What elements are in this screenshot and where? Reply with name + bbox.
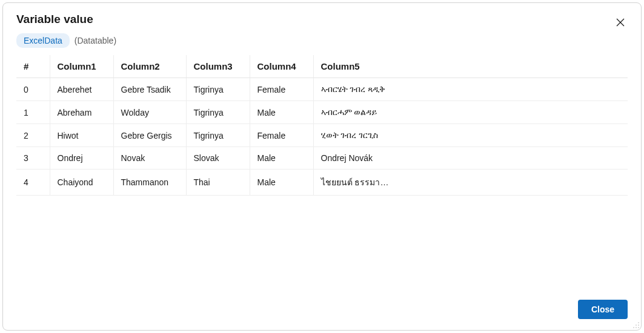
variable-info: ExcelData (Datatable): [3, 28, 641, 55]
header-filler: [401, 55, 628, 78]
cell-c1: Ondrej: [50, 147, 113, 170]
cell-index: 0: [16, 78, 50, 101]
cell-c3: Tigrinya: [186, 124, 250, 147]
header-column3[interactable]: Column3: [186, 55, 250, 78]
svg-point-7: [638, 327, 639, 328]
cell-filler: [401, 124, 628, 147]
header-column2[interactable]: Column2: [113, 55, 186, 78]
close-button[interactable]: Close: [578, 300, 628, 319]
cell-c3: Thai: [186, 170, 250, 196]
close-icon-button[interactable]: [611, 13, 630, 32]
cell-c5: ไชยยนต์ ธรรมานนท์: [313, 170, 401, 196]
cell-c4: Male: [250, 147, 313, 170]
variable-type-label: (Datatable): [75, 36, 116, 45]
table-row[interactable]: 4ChaiyondThammanonThaiMaleไชยยนต์ ธรรมาน…: [16, 170, 628, 196]
svg-point-5: [633, 327, 634, 328]
cell-c5: Ondrej Novák: [313, 147, 401, 170]
cell-c1: Abreham: [50, 101, 113, 124]
cell-c5: ሂወት ገብረ ገርጊስ: [313, 124, 401, 147]
cell-c5: ኣብርሄት ገብረ ጻዲቅ: [313, 78, 401, 101]
dialog-footer: Close: [3, 291, 641, 330]
cell-c2: Gebre Gergis: [113, 124, 186, 147]
cell-c4: Male: [250, 170, 313, 196]
cell-c5: ኣብርሓም ወልዳይ: [313, 101, 401, 124]
svg-point-3: [636, 325, 637, 326]
cell-c4: Male: [250, 101, 313, 124]
cell-index: 1: [16, 101, 50, 124]
variable-name-chip[interactable]: ExcelData: [16, 33, 70, 48]
variable-value-dialog: Variable value ExcelData (Datatable) # C…: [2, 2, 642, 331]
cell-c2: Wolday: [113, 101, 186, 124]
cell-c2: Thammanon: [113, 170, 186, 196]
datatable-container: # Column1 Column2 Column3 Column4 Column…: [3, 55, 641, 291]
datatable: # Column1 Column2 Column3 Column4 Column…: [16, 55, 628, 196]
cell-c1: Hiwot: [50, 124, 113, 147]
cell-c4: Female: [250, 124, 313, 147]
table-row[interactable]: 2HiwotGebre GergisTigrinyaFemaleሂወት ገብረ …: [16, 124, 628, 147]
close-icon: [616, 18, 625, 27]
cell-c4: Female: [250, 78, 313, 101]
table-row[interactable]: 1AbrehamWoldayTigrinyaMaleኣብርሓም ወልዳይ: [16, 101, 628, 124]
table-row[interactable]: 0AberehetGebre TsadikTigrinyaFemaleኣብርሄት…: [16, 78, 628, 101]
svg-point-4: [638, 325, 639, 326]
resize-grip-icon[interactable]: [631, 320, 640, 329]
header-index[interactable]: #: [16, 55, 50, 78]
cell-index: 3: [16, 147, 50, 170]
cell-c3: Tigrinya: [186, 78, 250, 101]
cell-c1: Aberehet: [50, 78, 113, 101]
cell-c3: Tigrinya: [186, 101, 250, 124]
cell-index: 4: [16, 170, 50, 196]
cell-filler: [401, 147, 628, 170]
dialog-title: Variable value: [16, 13, 93, 26]
cell-c1: Chaiyond: [50, 170, 113, 196]
svg-point-2: [638, 322, 639, 323]
header-column4[interactable]: Column4: [250, 55, 313, 78]
header-column5[interactable]: Column5: [313, 55, 401, 78]
cell-filler: [401, 78, 628, 101]
header-column1[interactable]: Column1: [50, 55, 113, 78]
table-row[interactable]: 3OndrejNovakSlovakMaleOndrej Novák: [16, 147, 628, 170]
cell-filler: [401, 101, 628, 124]
cell-c2: Gebre Tsadik: [113, 78, 186, 101]
cell-c3: Slovak: [186, 147, 250, 170]
svg-point-6: [636, 327, 637, 328]
cell-c2: Novak: [113, 147, 186, 170]
cell-index: 2: [16, 124, 50, 147]
dialog-header: Variable value: [3, 3, 641, 28]
cell-filler: [401, 170, 628, 196]
table-header-row: # Column1 Column2 Column3 Column4 Column…: [16, 55, 628, 78]
